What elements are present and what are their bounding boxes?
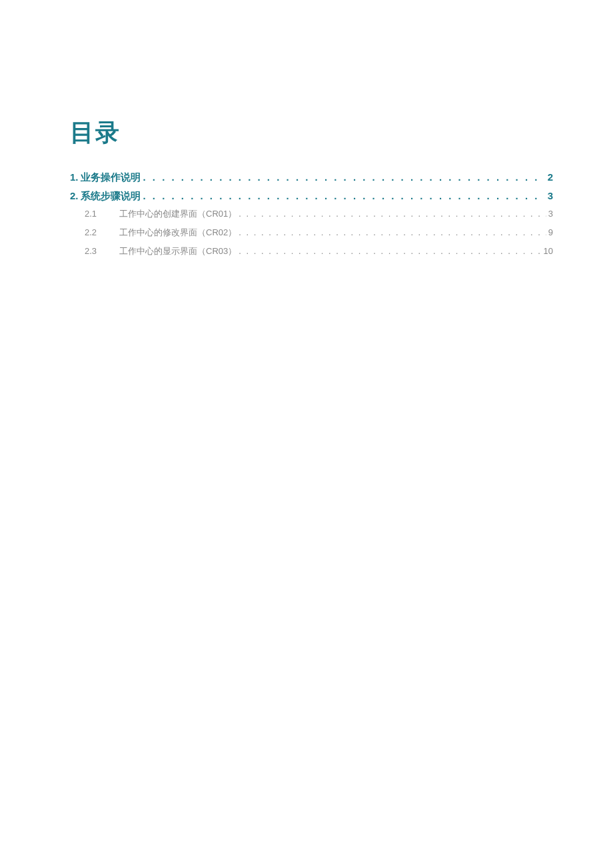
toc-entry-page: 3 — [544, 188, 553, 204]
toc-entry-2-1[interactable]: 2.1 工作中心的创建界面（CR01） . . . . . . . . . . … — [70, 207, 553, 221]
page-content: 目录 1. 业务操作说明 . . . . . . . . . . . . . .… — [0, 0, 613, 259]
toc-entry-number: 2.2 — [85, 225, 119, 240]
toc-entry-1[interactable]: 1. 业务操作说明 . . . . . . . . . . . . . . . … — [70, 169, 553, 185]
toc-entry-page: 3 — [548, 207, 553, 221]
toc-dots: . . . . . . . . . . . . . . . . . . . . … — [239, 244, 541, 259]
toc-entry-text: 工作中心的修改界面（CR02） — [119, 225, 237, 240]
toc-entry-text: 工作中心的显示界面（CR03） — [119, 244, 237, 259]
toc-entry-text: 业务操作说明 — [81, 169, 141, 185]
toc-entry-2[interactable]: 2. 系统步骤说明 . . . . . . . . . . . . . . . … — [70, 188, 553, 204]
toc-entry-number: 2.3 — [85, 244, 119, 259]
toc-entry-number: 1. — [70, 169, 79, 185]
toc-entry-page: 10 — [544, 244, 553, 259]
toc-entry-text: 工作中心的创建界面（CR01） — [119, 207, 237, 221]
toc-dots: . . . . . . . . . . . . . . . . . . . . … — [143, 169, 541, 185]
toc-dots: . . . . . . . . . . . . . . . . . . . . … — [239, 207, 546, 221]
toc-entry-page: 9 — [548, 225, 553, 240]
toc-entry-page: 2 — [544, 169, 553, 185]
toc-entry-2-2[interactable]: 2.2 工作中心的修改界面（CR02） . . . . . . . . . . … — [70, 225, 553, 240]
toc-dots: . . . . . . . . . . . . . . . . . . . . … — [239, 225, 546, 240]
toc-entry-2-3[interactable]: 2.3 工作中心的显示界面（CR03） . . . . . . . . . . … — [70, 244, 553, 259]
toc-dots: . . . . . . . . . . . . . . . . . . . . … — [143, 188, 541, 204]
toc-entry-number: 2. — [70, 188, 79, 204]
toc-entry-text: 系统步骤说明 — [81, 188, 141, 204]
toc-title: 目录 — [70, 117, 553, 149]
toc-entry-number: 2.1 — [85, 207, 119, 221]
